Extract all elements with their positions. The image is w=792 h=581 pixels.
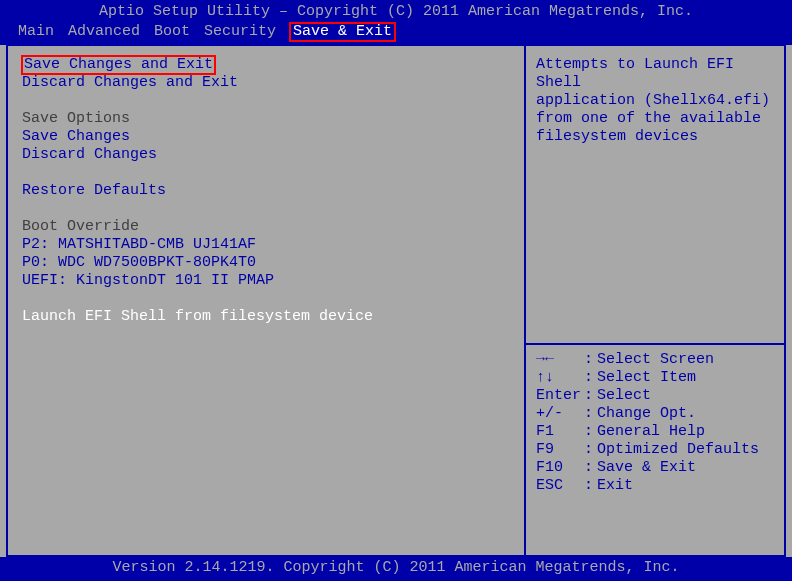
spacer [22,200,510,218]
top-bar: Aptio Setup Utility – Copyright (C) 2011… [0,0,792,45]
help-line: Attempts to Launch EFI Shell [536,56,774,92]
key-select-screen: →←:Select Screen [536,351,774,369]
menu-security[interactable]: Security [204,23,276,41]
help-text: Attempts to Launch EFI Shell application… [526,46,784,343]
item-save-changes[interactable]: Save Changes [22,128,510,146]
key-label: →← [536,351,584,369]
key-label: +/- [536,405,584,423]
help-line: from one of the available [536,110,774,128]
key-help: →←:Select Screen ↑↓:Select Item Enter:Se… [526,345,784,555]
key-desc: Change Opt. [597,405,696,423]
key-label: Enter [536,387,584,405]
app-title: Aptio Setup Utility – Copyright (C) 2011… [0,2,792,23]
key-label: ↑↓ [536,369,584,387]
footer-version: Version 2.14.1219. Copyright (C) 2011 Am… [0,557,792,581]
item-save-changes-and-exit[interactable]: Save Changes and Exit [22,56,215,74]
menu-bar: Main Advanced Boot Security Save & Exit [0,23,792,44]
item-discard-changes[interactable]: Discard Changes [22,146,510,164]
right-panel: Attempts to Launch EFI Shell application… [526,46,784,555]
key-desc: Select [597,387,651,405]
item-launch-efi-shell[interactable]: Launch EFI Shell from filesystem device [22,308,510,326]
item-discard-changes-and-exit[interactable]: Discard Changes and Exit [22,74,510,92]
spacer [22,290,510,308]
spacer [22,164,510,182]
spacer [22,92,510,110]
key-desc: General Help [597,423,705,441]
boot-item[interactable]: P2: MATSHITABD-CMB UJ141AF [22,236,510,254]
left-panel: Save Changes and Exit Discard Changes an… [8,46,526,555]
boot-item[interactable]: P0: WDC WD7500BPKT-80PK4T0 [22,254,510,272]
key-select: Enter:Select [536,387,774,405]
key-select-item: ↑↓:Select Item [536,369,774,387]
key-desc: Exit [597,477,633,495]
key-save-exit: F10:Save & Exit [536,459,774,477]
key-label: F10 [536,459,584,477]
menu-boot[interactable]: Boot [154,23,190,41]
heading-save-options: Save Options [22,110,510,128]
key-desc: Select Screen [597,351,714,369]
key-desc: Save & Exit [597,459,696,477]
menu-main[interactable]: Main [18,23,54,41]
menu-save-exit[interactable]: Save & Exit [290,23,395,41]
help-line: application (Shellx64.efi) [536,92,774,110]
bios-root: Aptio Setup Utility – Copyright (C) 2011… [0,0,792,581]
boot-item[interactable]: UEFI: KingstonDT 101 II PMAP [22,272,510,290]
help-line: filesystem devices [536,128,774,146]
key-general-help: F1:General Help [536,423,774,441]
key-desc: Optimized Defaults [597,441,759,459]
key-label: ESC [536,477,584,495]
menu-advanced[interactable]: Advanced [68,23,140,41]
key-label: F1 [536,423,584,441]
key-exit: ESC:Exit [536,477,774,495]
item-restore-defaults[interactable]: Restore Defaults [22,182,510,200]
key-optimized-defaults: F9:Optimized Defaults [536,441,774,459]
key-change-opt: +/-:Change Opt. [536,405,774,423]
heading-boot-override: Boot Override [22,218,510,236]
body: Save Changes and Exit Discard Changes an… [6,44,786,557]
key-label: F9 [536,441,584,459]
key-desc: Select Item [597,369,696,387]
